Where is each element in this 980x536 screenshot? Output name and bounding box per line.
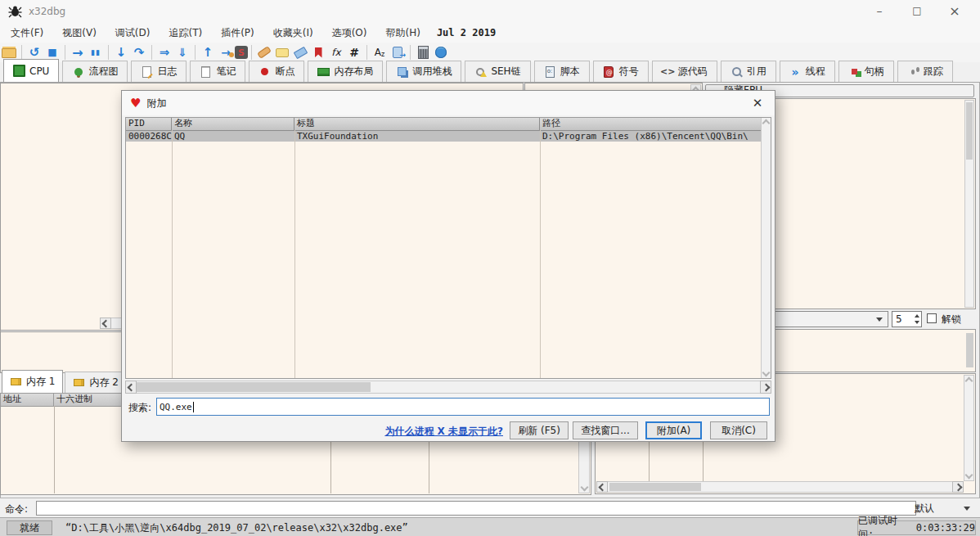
v-scrollbar[interactable] [966, 333, 973, 367]
attach-button[interactable]: 附加(A) [645, 421, 702, 439]
globe-icon[interactable] [432, 44, 450, 61]
tab-trace[interactable]: 跟踪 [897, 61, 953, 82]
spinner-down-icon[interactable] [915, 321, 919, 324]
search-input[interactable]: QQ.exe [156, 398, 770, 416]
tab-cpu[interactable]: CPU [3, 59, 59, 82]
v-scrollbar[interactable] [964, 100, 974, 308]
tab-threads[interactable]: 线程 [780, 61, 835, 82]
stop-icon[interactable] [43, 44, 61, 61]
column-header-pid[interactable]: PID [126, 118, 172, 130]
script-icon [544, 66, 556, 78]
column-header-title[interactable]: 标题 [294, 118, 540, 130]
column-header-name[interactable]: 名称 [172, 118, 294, 130]
dialog-title-bar[interactable]: ♥ 附加 ✕ [122, 91, 775, 115]
calculator-icon[interactable] [414, 44, 432, 61]
trace-icon [907, 66, 919, 78]
cancel-button[interactable]: 取消(C) [710, 421, 767, 439]
v-scrollbar[interactable] [964, 375, 974, 481]
cell-pid: 0000268C [126, 131, 172, 142]
attach-dialog: ♥ 附加 ✕ PID 名称 标题 路径 0000268C QQ TXGuiFou… [121, 90, 775, 442]
modules-icon[interactable] [389, 44, 407, 61]
refresh-button[interactable]: 刷新 (F5) [510, 421, 569, 439]
scrollbar-thumb[interactable] [609, 483, 701, 491]
run-to-user-code-icon[interactable] [217, 44, 235, 61]
tab-memory-map[interactable]: 内存布局 [308, 61, 383, 82]
menu-favourites[interactable]: 收藏夹(I) [265, 24, 321, 43]
step-into-icon[interactable] [112, 44, 130, 61]
case-icon[interactable] [371, 44, 389, 61]
step-bottom-icon[interactable] [173, 44, 191, 61]
restart-icon[interactable] [25, 44, 43, 61]
threads-icon [789, 66, 802, 78]
dialog-close-icon[interactable]: ✕ [744, 91, 771, 115]
scroll-left-icon[interactable] [125, 381, 137, 394]
log-icon [141, 66, 153, 78]
step-over-icon[interactable] [130, 44, 148, 61]
tab-label: 断点 [275, 65, 294, 79]
profile-combobox[interactable]: 默认 [910, 501, 975, 516]
v-scrollbar[interactable] [761, 118, 771, 378]
tab-handles[interactable]: 句柄 [838, 61, 894, 82]
status-bar: 就绪 “D:\工具\小黑\逆向\x64dbg_2019_07_02\releas… [0, 517, 980, 536]
tab-source[interactable]: 源代码 [652, 61, 717, 82]
toolbar-separator [21, 45, 22, 60]
minimize-icon[interactable] [861, 0, 898, 21]
hash-icon[interactable] [345, 44, 363, 61]
process-table[interactable]: PID 名称 标题 路径 0000268C QQ TXGuiFoundation… [125, 117, 771, 379]
bug-icon [8, 6, 22, 18]
menu-trace[interactable]: 追踪(T) [160, 24, 210, 43]
menu-plugins[interactable]: 插件(P) [213, 24, 263, 43]
tab-notes[interactable]: 笔记 [190, 61, 245, 82]
build-date: Jul 2 2019 [437, 27, 496, 38]
menu-file[interactable]: 文件(F) [2, 24, 52, 43]
command-input[interactable] [36, 501, 916, 516]
close-icon[interactable] [936, 0, 973, 21]
tab-seh[interactable]: SEH链 [465, 61, 530, 82]
tab-label: 内存 1 [26, 375, 55, 389]
execute-till-return-icon[interactable] [199, 44, 217, 61]
tab-symbols[interactable]: 符号 [593, 61, 649, 82]
menu-view[interactable]: 视图(V) [54, 24, 105, 43]
menu-debug[interactable]: 调试(D) [107, 24, 159, 43]
tab-references[interactable]: 引用 [721, 61, 776, 82]
scroll-right-icon[interactable] [952, 481, 964, 493]
find-window-button[interactable]: 查找窗口... [573, 421, 638, 439]
tab-dump-2[interactable]: 内存 2 [65, 372, 126, 393]
tab-dump-1[interactable]: 内存 1 [2, 370, 63, 393]
pause-icon[interactable] [87, 44, 105, 61]
view-tab-bar: CPU 流程图 日志 笔记 断点 内存布局 调用堆栈 SEH链 脚本 符号 源代… [0, 62, 980, 83]
patch-icon[interactable] [255, 44, 273, 61]
process-row-selected[interactable]: 0000268C QQ TXGuiFoundation D:\Program F… [126, 131, 771, 142]
why-not-shown-link[interactable]: 为什么进程 X 未显示于此? [384, 425, 503, 439]
tab-call-stack[interactable]: 调用堆栈 [386, 61, 461, 82]
tab-label: 符号 [619, 65, 639, 79]
depth-spinner[interactable]: 5 [892, 311, 922, 327]
scroll-left-icon[interactable] [596, 481, 608, 493]
tab-graph[interactable]: 流程图 [62, 61, 128, 82]
scroll-left-icon[interactable] [100, 318, 111, 329]
spinner-up-icon[interactable] [915, 314, 919, 318]
scrollbar-thumb[interactable] [137, 382, 371, 392]
tab-log[interactable]: 日志 [131, 61, 187, 82]
h-scrollbar[interactable] [596, 481, 964, 493]
labels-icon[interactable] [291, 44, 309, 61]
column-header-path[interactable]: 路径 [540, 118, 771, 130]
maximize-icon[interactable] [898, 0, 936, 21]
scroll-right-icon[interactable] [760, 381, 771, 394]
tab-script[interactable]: 脚本 [534, 61, 590, 82]
tab-breakpoints[interactable]: 断点 [249, 61, 304, 82]
menu-help[interactable]: 帮助(H) [377, 24, 428, 43]
column-header-address[interactable]: 地址 [1, 394, 54, 406]
animate-into-icon[interactable] [155, 44, 173, 61]
bookmark-icon[interactable] [309, 44, 327, 61]
comments-icon[interactable] [273, 44, 291, 61]
run-icon[interactable] [69, 44, 87, 61]
menu-options[interactable]: 选项(O) [324, 24, 375, 43]
h-scrollbar[interactable] [125, 381, 771, 394]
unlock-checkbox[interactable] [927, 313, 937, 323]
dump-icon [73, 377, 85, 389]
graph-icon [72, 66, 84, 78]
seh-icon[interactable] [235, 46, 248, 59]
tab-label: SEH链 [491, 65, 520, 79]
functions-icon[interactable] [327, 44, 345, 61]
